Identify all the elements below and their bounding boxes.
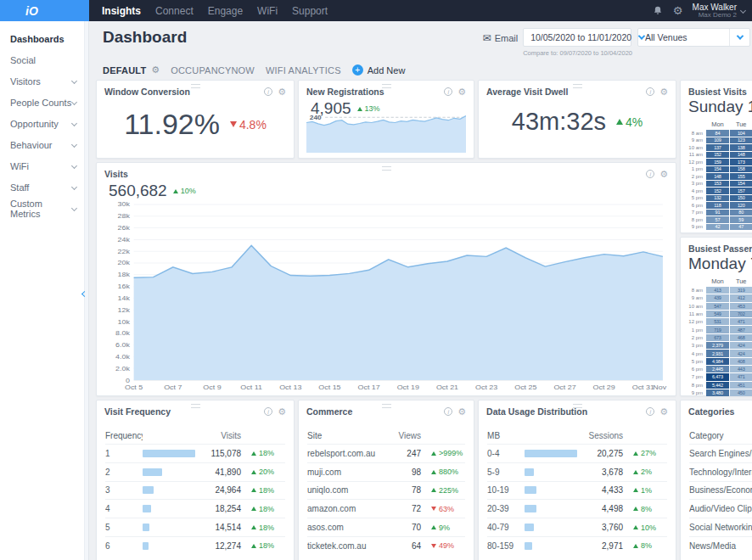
bell-icon[interactable] — [652, 4, 664, 16]
visits-chart: 02.0k4.0k6.0k8.0k10k12k14k16k18k20k22k24… — [104, 200, 669, 392]
gear-icon[interactable] — [659, 170, 668, 179]
info-icon[interactable] — [264, 87, 272, 96]
commerce-card: Commerce Site Views rebelsport.com.au247… — [298, 400, 474, 560]
venue-value: All Venues — [638, 32, 729, 42]
sidebar-item-label: Opportunity — [10, 119, 59, 129]
tab-wifi-analytics[interactable]: WIFI ANALYTICS — [266, 65, 341, 76]
row-value: 20,275 — [577, 449, 623, 458]
trend-down-icon — [230, 121, 237, 127]
bar — [143, 524, 149, 531]
gear-icon[interactable] — [457, 87, 466, 97]
gear-icon[interactable] — [659, 407, 668, 417]
nav-item-engage[interactable]: Engage — [208, 5, 243, 17]
email-label: Email — [495, 33, 519, 43]
heatmap-cell: 719 — [706, 326, 729, 333]
add-new-tab-button[interactable]: Add New — [352, 64, 406, 76]
svg-text:Oct 23: Oct 23 — [475, 384, 498, 391]
venue-selector[interactable]: All Venues — [637, 28, 750, 47]
email-button[interactable]: Email — [483, 32, 519, 44]
hour-label: 10 am — [685, 303, 705, 310]
hour-label: 3 pm — [685, 342, 705, 349]
card-title: Categories — [688, 406, 752, 417]
sidebar-item-staff[interactable]: Staff — [0, 176, 88, 198]
drag-handle[interactable] — [573, 404, 582, 408]
heatmap-cell: 408 — [730, 358, 752, 365]
row-delta: 18% — [241, 449, 285, 457]
info-icon[interactable] — [646, 170, 654, 178]
app-logo[interactable]: iO — [0, 0, 89, 21]
svg-text:Oct 9: Oct 9 — [203, 384, 222, 391]
gear-icon[interactable] — [457, 407, 466, 417]
info-icon[interactable] — [646, 407, 654, 416]
row-delta: 1% — [623, 486, 667, 495]
hour-label: 4 pm — [685, 350, 705, 356]
visit-frequency-card: Visit Frequency Frequency Visits 1115,07… — [96, 400, 295, 560]
trend-up-icon — [251, 525, 256, 529]
heatmap-cell: 4,984 — [706, 358, 729, 365]
table-row: News/Media4,29411% — [689, 536, 752, 555]
gear-icon[interactable] — [278, 407, 286, 417]
nav-item-support[interactable]: Support — [292, 5, 328, 17]
heatmap-cell: 531 — [706, 318, 729, 325]
categories-table: Category Views Search Engines/Portals31,… — [681, 427, 752, 555]
svg-text:8.0k: 8.0k — [115, 330, 131, 337]
table-row: 80-1592,9718% — [487, 536, 667, 555]
sidebar-item-opportunity[interactable]: Opportunity — [0, 113, 88, 134]
drag-handle[interactable] — [191, 84, 200, 88]
bar — [525, 505, 536, 512]
sidebar-item-social[interactable]: Social — [0, 49, 88, 70]
row-value: 2,971 — [577, 541, 623, 551]
trend-up-icon — [633, 525, 638, 529]
drag-handle[interactable] — [191, 404, 200, 408]
svg-text:14k: 14k — [118, 295, 131, 302]
sidebar-collapse-button[interactable] — [82, 284, 87, 300]
sidebar-item-dashboards[interactable]: Dashboards — [0, 28, 88, 49]
drag-handle[interactable] — [382, 404, 391, 408]
bar — [525, 486, 536, 494]
info-icon[interactable] — [646, 87, 654, 96]
svg-text:30k: 30k — [118, 201, 131, 208]
table-row: rebelsport.com.au247>999% — [307, 444, 465, 462]
row-delta: 20% — [241, 468, 285, 476]
heatmap-cell: 154 — [706, 166, 729, 173]
info-icon[interactable] — [444, 87, 452, 96]
gear-icon[interactable] — [278, 87, 286, 97]
row-delta: 18% — [241, 524, 285, 532]
metric-value: 43m:32s — [512, 108, 606, 136]
tab-occupancynow[interactable]: OCCUPANCYNOW — [171, 65, 255, 76]
settings-gear-icon[interactable] — [672, 4, 684, 16]
hour-label: 9 pm — [685, 389, 705, 396]
nav-item-connect[interactable]: Connect — [155, 5, 194, 17]
gear-icon[interactable]: ⚙ — [151, 64, 160, 76]
tab-default[interactable]: DEFAULT — [103, 65, 146, 76]
chevron-down-icon — [736, 32, 743, 39]
table-row: 5-93,6782% — [487, 462, 667, 481]
heatmap-cell: 487 — [730, 326, 752, 333]
drag-handle[interactable] — [573, 84, 582, 88]
sidebar-item-people-counts[interactable]: People Counts — [0, 92, 88, 113]
user-name: Max Walker — [693, 3, 737, 12]
info-icon[interactable] — [444, 407, 452, 416]
user-menu[interactable]: Max Walker Max Demo 2 — [693, 3, 745, 20]
row-delta: 9% — [421, 524, 465, 532]
registrations-sparkline: 240 — [306, 110, 466, 153]
row-label: 3 — [105, 485, 143, 495]
drag-handle[interactable] — [382, 166, 391, 171]
table-row: 324,96418% — [105, 481, 285, 500]
svg-text:240: 240 — [310, 114, 322, 121]
nav-item-insights[interactable]: Insights — [102, 5, 141, 17]
sidebar-item-visitors[interactable]: Visitors — [0, 70, 88, 92]
sidebar-item-custom-metrics[interactable]: Custom Metrics — [0, 198, 88, 219]
info-icon[interactable] — [264, 407, 272, 416]
date-range-selector[interactable]: 10/05/2020 to 11/01/2020 — [523, 28, 631, 47]
gear-icon[interactable] — [659, 87, 668, 97]
sidebar-item-behaviour[interactable]: Behaviour — [0, 134, 88, 155]
sidebar-item-wifi[interactable]: WiFi — [0, 155, 88, 176]
col-header: Category — [689, 431, 752, 440]
envelope-icon — [483, 32, 491, 44]
heatmap-cell: 451 — [730, 382, 752, 389]
card-title: Busiest Passers By — [688, 244, 752, 254]
drag-handle[interactable] — [382, 84, 391, 88]
table-row: muji.com98880% — [307, 462, 465, 481]
nav-item-wifi[interactable]: WiFi — [257, 5, 278, 17]
